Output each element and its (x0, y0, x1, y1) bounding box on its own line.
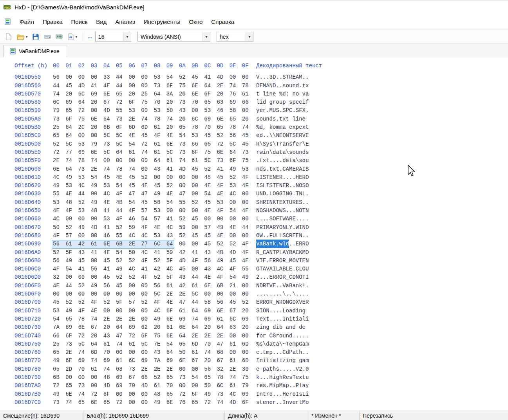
hex-byte[interactable]: 4F (128, 207, 141, 215)
hex-byte[interactable]: 78 (78, 157, 90, 165)
hex-byte[interactable]: 52 (78, 298, 90, 306)
hex-byte[interactable]: 4E (65, 190, 78, 198)
hex-byte[interactable]: 61 (116, 357, 128, 365)
hex-byte[interactable]: 4E (217, 232, 229, 240)
hex-byte[interactable]: 44 (65, 282, 78, 290)
menu-item-file[interactable]: Файл (15, 16, 38, 27)
decoded-text[interactable]: 2...ERROR_CDNOTI (255, 273, 309, 281)
hex-byte[interactable]: 74 (103, 165, 116, 173)
hex-byte[interactable]: 69 (128, 323, 141, 332)
hex-byte[interactable]: 6D (91, 348, 103, 357)
hex-byte[interactable]: 74 (217, 398, 229, 407)
hex-byte[interactable]: 79 (242, 382, 255, 390)
hex-byte[interactable]: 4B (116, 198, 128, 207)
hex-byte[interactable]: 00 (141, 290, 154, 298)
hex-byte[interactable]: 00 (242, 215, 255, 223)
hex-byte[interactable]: 75 (154, 332, 166, 340)
decoded-text[interactable]: R_CANTPLAYBACKMO (255, 249, 309, 257)
decoded-text[interactable]: NOSHADOWS...NOTN (255, 207, 309, 215)
hex-byte[interactable]: 72 (91, 390, 103, 398)
decoded-text[interactable]: yer.MUS.SPC.SFX. (255, 106, 309, 115)
decoded-text[interactable]: OTAVAILABLE.CLOU (255, 265, 309, 273)
hex-byte[interactable]: 45 (204, 132, 217, 140)
hex-byte[interactable]: 74 (242, 123, 255, 132)
document-icon[interactable] (5, 18, 11, 25)
hex-byte[interactable]: 00 (91, 373, 103, 382)
hex-byte[interactable]: 4C (154, 307, 166, 315)
hex-byte[interactable]: 47 (116, 332, 128, 340)
encoding-select[interactable]: Windows (ANSI) ▾ (137, 32, 210, 41)
hex-byte[interactable]: 6F (166, 307, 179, 315)
hex-byte[interactable]: 67 (91, 323, 103, 332)
hex-byte[interactable]: 64 (192, 323, 204, 332)
hex-byte[interactable]: 45 (192, 215, 204, 223)
hex-byte[interactable]: 6E (91, 115, 103, 123)
hex-byte[interactable]: 52 (128, 257, 141, 265)
hex-byte[interactable]: 66 (242, 98, 255, 106)
hex-byte[interactable]: 53 (53, 198, 65, 207)
hex-byte[interactable]: 52 (65, 224, 78, 232)
hex-byte[interactable]: 53 (204, 106, 217, 115)
hex-byte[interactable]: 77 (141, 240, 154, 248)
hex-byte[interactable]: 48 (103, 373, 116, 382)
hex-byte[interactable]: 45 (192, 73, 204, 81)
hex-byte[interactable]: 61 (91, 365, 103, 373)
decoded-text[interactable]: LISTENER....HERO (255, 173, 309, 182)
hex-byte[interactable]: 49 (217, 257, 229, 265)
hex-byte[interactable]: 00 (128, 398, 141, 407)
hex-byte[interactable]: 6E (91, 148, 103, 157)
hex-byte[interactable]: 64 (65, 123, 78, 132)
hex-byte[interactable]: 61 (230, 357, 242, 365)
hex-byte[interactable]: 00 (91, 232, 103, 240)
hex-byte[interactable]: 59 (179, 224, 192, 232)
menu-item-window[interactable]: Окно (184, 16, 207, 27)
hex-byte[interactable]: 00 (128, 282, 141, 290)
hex-byte[interactable]: 47 (179, 190, 192, 198)
hex-byte[interactable]: 74 (128, 165, 141, 173)
hex-byte[interactable]: 68 (217, 348, 229, 357)
hex-byte[interactable]: 72 (204, 398, 217, 407)
hex-byte[interactable]: 00 (141, 390, 154, 398)
hex-byte[interactable]: 57 (141, 207, 154, 215)
hex-byte[interactable]: 52 (179, 232, 192, 240)
hex-byte[interactable]: 00 (141, 73, 154, 81)
hex-byte[interactable]: 55 (116, 232, 128, 240)
hex-byte[interactable]: 20 (242, 115, 255, 123)
hex-byte[interactable]: 73 (154, 82, 166, 90)
hex-byte[interactable]: 48 (91, 207, 103, 215)
hex-byte[interactable]: 54 (128, 198, 141, 207)
decoded-text[interactable]: R\Sys\Transfer\E (255, 140, 309, 148)
hex-byte[interactable]: 46 (128, 215, 141, 223)
hex-byte[interactable]: 43 (179, 273, 192, 281)
hex-byte[interactable]: 4F (217, 207, 229, 215)
hex-byte[interactable]: 70 (204, 123, 217, 132)
hex-byte[interactable]: 52 (78, 282, 90, 290)
hex-byte[interactable]: 00 (242, 106, 255, 115)
hex-byte[interactable]: 52 (230, 173, 242, 182)
hex-byte[interactable]: 00 (192, 240, 204, 248)
hex-byte[interactable]: 61 (242, 90, 255, 98)
hex-byte[interactable]: 77 (65, 148, 78, 157)
hex-byte[interactable]: 4D (141, 382, 154, 390)
hex-byte[interactable]: 68 (116, 365, 128, 373)
hex-byte[interactable]: 00 (230, 215, 242, 223)
hex-byte[interactable]: 65 (78, 398, 90, 407)
hex-byte[interactable]: 4E (204, 207, 217, 215)
hex-byte[interactable]: 4B (217, 249, 229, 257)
chevron-down-icon[interactable]: ▾ (202, 32, 210, 41)
decoded-text[interactable]: %d, komma expext (255, 123, 309, 132)
hex-byte[interactable]: 00 (91, 190, 103, 198)
hex-byte[interactable]: 2E (166, 290, 179, 298)
hex-byte[interactable]: 00 (65, 273, 78, 281)
hex-byte[interactable]: 6D (242, 340, 255, 348)
hex-byte[interactable]: 6C (154, 240, 166, 248)
hex-byte[interactable]: 69 (116, 373, 128, 382)
hex-byte[interactable]: 72 (78, 106, 90, 115)
hex-byte[interactable]: 00 (217, 290, 229, 298)
hex-byte[interactable]: 61 (154, 140, 166, 148)
decoded-text[interactable]: ERROR_WRONGDXVER (255, 298, 309, 306)
hex-byte[interactable]: 74 (230, 82, 242, 90)
hex-byte[interactable]: 45 (230, 257, 242, 265)
hex-byte[interactable]: 00 (154, 173, 166, 182)
hex-byte[interactable]: 6E (166, 140, 179, 148)
